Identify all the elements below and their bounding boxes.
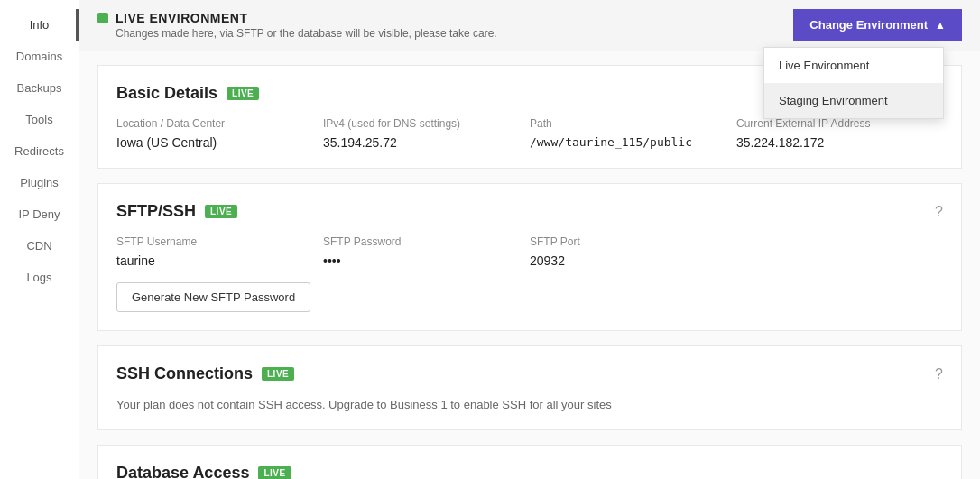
env-title: LIVE ENVIRONMENT — [116, 11, 247, 25]
chevron-up-icon: ▲ — [935, 19, 946, 32]
sftp-port-field: SFTP Port 20932 — [530, 235, 736, 268]
external-ip-label: Current External IP Address — [736, 117, 925, 130]
ssh-connections-live-badge: LIVE — [262, 367, 294, 381]
ipv4-field: IPv4 (used for DNS settings) 35.194.25.7… — [323, 117, 530, 150]
sftp-password-label: SFTP Password — [323, 235, 530, 248]
sftp-col-empty — [736, 235, 943, 268]
database-access-live-badge: LIVE — [258, 466, 291, 479]
sidebar-item-domains[interactable]: Domains — [0, 41, 79, 72]
sftp-ssh-section: SFTP/SSH LIVE ? SFTP Username taurine SF… — [97, 183, 962, 331]
sidebar-item-plugins[interactable]: Plugins — [0, 167, 79, 198]
location-value: Iowa (US Central) — [116, 135, 305, 150]
sftp-ssh-header: SFTP/SSH LIVE ? — [116, 202, 943, 221]
ssh-notice: Your plan does not contain SSH access. U… — [116, 398, 943, 411]
sftp-ssh-title: SFTP/SSH — [116, 202, 196, 221]
dropdown-item-staging[interactable]: Staging Environment — [764, 83, 943, 118]
path-field: Path /www/taurine_115/public — [530, 117, 736, 150]
basic-details-live-badge: LIVE — [227, 87, 259, 100]
env-header: LIVE ENVIRONMENT Changes made here, via … — [79, 0, 980, 51]
ssh-connections-section: SSH Connections LIVE ? Your plan does no… — [97, 345, 962, 430]
sidebar-item-cdn[interactable]: CDN — [0, 230, 79, 262]
sftp-port-value: 20932 — [530, 253, 736, 268]
sidebar: Info Domains Backups Tools Redirects Plu… — [0, 0, 79, 479]
path-value: /www/taurine_115/public — [530, 135, 718, 149]
main-content: LIVE ENVIRONMENT Changes made here, via … — [79, 0, 980, 479]
change-environment-dropdown: Live Environment Staging Environment — [763, 47, 944, 119]
content-area: Basic Details LIVE Location / Data Cente… — [79, 65, 980, 479]
sidebar-item-tools[interactable]: Tools — [0, 104, 79, 135]
sidebar-item-redirects[interactable]: Redirects — [0, 135, 79, 167]
env-banner: LIVE ENVIRONMENT Changes made here, via … — [97, 0, 793, 51]
database-access-section: Database Access LIVE — [97, 445, 962, 479]
location-label: Location / Data Center — [116, 117, 305, 130]
change-environment-button[interactable]: Change Environment ▲ — [793, 9, 962, 41]
sidebar-item-logs[interactable]: Logs — [0, 262, 79, 293]
sftp-username-value: taurine — [116, 253, 323, 268]
sftp-username-field: SFTP Username taurine — [116, 235, 323, 268]
sftp-ssh-live-badge: LIVE — [205, 205, 237, 218]
ipv4-label: IPv4 (used for DNS settings) — [323, 117, 512, 130]
sftp-username-label: SFTP Username — [116, 235, 323, 248]
ipv4-value: 35.194.25.72 — [323, 135, 512, 150]
basic-details-title: Basic Details — [116, 84, 217, 103]
external-ip-value: 35.224.182.172 — [736, 135, 925, 150]
generate-sftp-password-button[interactable]: Generate New SFTP Password — [116, 282, 310, 312]
ssh-connections-header: SSH Connections LIVE ? — [116, 364, 943, 383]
sftp-help-icon[interactable]: ? — [935, 204, 943, 220]
sidebar-item-info[interactable]: Info — [0, 9, 79, 41]
ssh-help-icon[interactable]: ? — [935, 366, 943, 382]
env-subtitle: Changes made here, via SFTP or the datab… — [116, 27, 793, 40]
location-field: Location / Data Center Iowa (US Central) — [116, 117, 323, 150]
database-access-title: Database Access — [116, 464, 249, 479]
sftp-port-label: SFTP Port — [530, 235, 736, 248]
database-access-header: Database Access LIVE — [116, 464, 943, 479]
sidebar-item-ip-deny[interactable]: IP Deny — [0, 198, 79, 230]
env-dot-icon — [97, 13, 108, 23]
path-label: Path — [530, 117, 718, 130]
ssh-connections-title: SSH Connections — [116, 364, 253, 383]
sftp-password-field: SFTP Password •••• — [323, 235, 530, 268]
sftp-password-value: •••• — [323, 253, 530, 268]
sftp-fields: SFTP Username taurine SFTP Password ••••… — [116, 235, 943, 268]
basic-details-fields: Location / Data Center Iowa (US Central)… — [116, 117, 943, 150]
dropdown-item-live[interactable]: Live Environment — [764, 48, 943, 83]
sidebar-item-backups[interactable]: Backups — [0, 72, 79, 104]
external-ip-field: Current External IP Address 35.224.182.1… — [736, 117, 943, 150]
